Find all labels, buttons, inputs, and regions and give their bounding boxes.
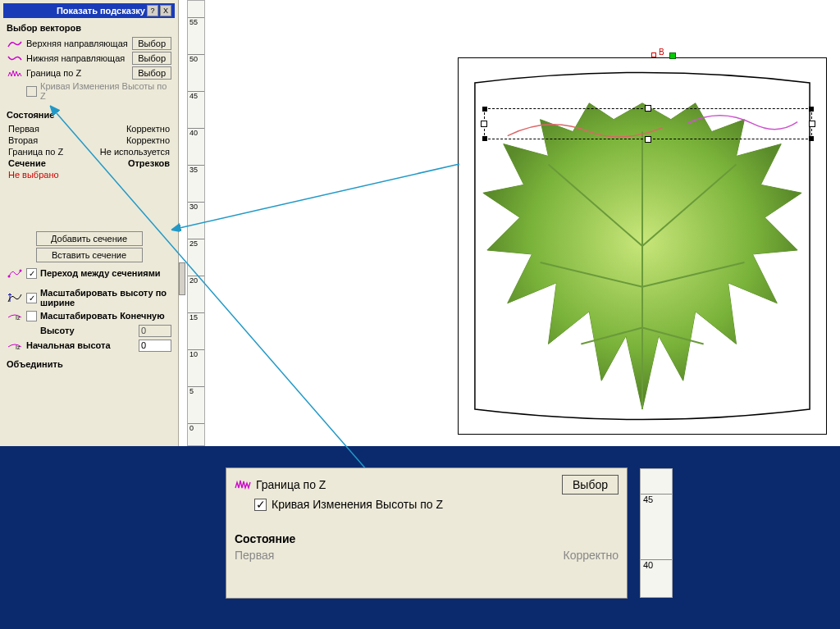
zoom-curve-row: ✓ Кривая Изменения Высоты по Z [231,496,622,513]
vector-row-z: Граница по Z Выбор [3,66,175,80]
close-button[interactable]: X [160,5,171,16]
curve-bottom-icon [7,52,23,64]
transition-row: ✓ Переход между сечениями [3,266,175,280]
svg-point-1 [20,270,22,272]
tick-25: 25 [188,239,204,248]
state-v1: Корректно [126,124,170,134]
curve-top-icon [7,38,23,49]
vector-z-select[interactable]: Выбор [132,66,171,80]
side-panel: Показать подсказку ? X Выбор векторов Ве… [0,0,179,446]
tick-50: 50 [188,54,204,63]
sel-handle-w[interactable] [481,121,487,127]
state-row-5: Не выбрано [3,169,175,180]
state-v3: Не используется [100,147,170,157]
zoom-detail-panel: Граница по Z Выбор ✓ Кривая Изменения Вы… [226,467,628,599]
sel-handle-s[interactable] [645,136,651,143]
state-k1: Первая [8,124,39,134]
sel-handle-ne[interactable] [809,107,814,112]
tick-15: 15 [188,312,204,321]
transition-icon [7,267,23,279]
state-k4: Сечение [8,158,46,168]
scale-width-checkbox[interactable]: ✓ [26,293,37,303]
scale-final-icon: Iz [7,310,23,321]
zoom-tick-40: 40 [641,559,672,570]
sel-handle-se[interactable] [809,136,814,141]
origin-handle-red[interactable] [651,52,656,57]
state-k5: Не выбрано [8,170,59,180]
z-curve-row: Кривая Изменения Высоты по Z [3,80,175,102]
vector-bottom-select[interactable]: Выбор [132,52,171,65]
zoom-curve-checkbox[interactable]: ✓ [254,499,267,511]
app-window: Показать подсказку ? X Выбор векторов Ве… [0,0,840,446]
svg-point-0 [8,276,11,278]
scale-width-icon [7,292,23,303]
hint-label: Показать подсказку [7,6,145,16]
state-title: Состояние [7,110,175,120]
z-boundary-icon [7,67,23,79]
tick-5: 5 [188,386,204,395]
sel-handle-sw[interactable] [482,136,487,141]
origin-marker: B [659,48,664,57]
zoom-state-row: Первая Корректно [231,547,622,563]
zoom-state-v: Корректно [563,549,619,562]
scale-final-checkbox[interactable] [26,311,37,321]
state-v2: Корректно [126,135,170,145]
state-row-2: ВтораяКорректно [3,134,175,146]
start-height-row: Iz Начальная высота [3,338,175,353]
add-section-button[interactable]: Добавить сечение [36,231,143,246]
state-v4: Отрезков [128,158,170,168]
state-row-1: ПерваяКорректно [3,123,175,134]
svg-text:Iz: Iz [16,344,21,350]
help-button[interactable]: ? [147,5,158,16]
insert-section-button[interactable]: Вставить сечение [36,248,143,262]
sel-handle-e[interactable] [809,121,815,127]
zoom-state-k: Первая [235,549,274,562]
selection-box[interactable] [484,108,812,139]
tick-35: 35 [188,165,204,174]
vector-bottom-label: Нижняя направляющая [26,53,129,63]
zoom-z-row: Граница по Z Выбор [231,473,622,496]
zoom-curve-label: Кривая Изменения Высоты по Z [272,498,443,511]
tick-45: 45 [188,91,204,100]
spacer-icon [7,85,23,97]
tick-40: 40 [188,128,204,137]
panel-splitter[interactable] [179,262,185,295]
vectors-title: Выбор векторов [7,23,175,33]
start-height-icon: Iz [7,340,23,351]
transition-label: Переход между сечениями [40,268,171,278]
canvas-area[interactable]: 55 50 45 40 35 30 25 20 15 10 5 0 B [179,0,840,446]
vector-z-label: Граница по Z [26,68,129,78]
zoom-z-label: Граница по Z [256,478,326,491]
z-curve-label: Кривая Изменения Высоты по Z [40,81,171,101]
scale-width-label: Масштабировать высоту по ширине [40,288,171,308]
state-row-3: Граница по ZНе используется [3,146,175,157]
zoom-tick-45: 45 [641,494,672,504]
scale-height-input [139,325,171,337]
scale-final-label: Масштабировать Конечную [40,311,171,321]
state-k2: Вторая [8,135,38,145]
scale-width-row: ✓ Масштабировать высоту по ширине [3,287,175,308]
z-boundary-icon [235,478,251,492]
tick-0: 0 [188,423,204,432]
transition-checkbox[interactable]: ✓ [26,268,37,279]
scale-final-row: Iz Масштабировать Конечную [3,308,175,323]
zoom-z-select[interactable]: Выбор [562,475,619,495]
tick-55: 55 [188,17,204,26]
z-curve-checkbox[interactable] [26,86,37,97]
vector-top-select[interactable]: Выбор [132,37,171,50]
vector-top-label: Верхняя направляющая [26,39,129,48]
sel-handle-nw[interactable] [482,107,487,112]
start-height-input[interactable] [139,340,171,352]
state-row-4: СечениеОтрезков [3,157,175,169]
svg-text:Iz: Iz [16,315,21,321]
tick-30: 30 [188,202,204,211]
hint-bar: Показать подсказку ? X [3,3,175,18]
tick-10: 10 [188,349,204,358]
sel-handle-n[interactable] [645,105,651,112]
vector-row-bottom: Нижняя направляющая Выбор [3,51,175,66]
zoom-state-title: Состояние [231,531,622,547]
vertical-ruler: 55 50 45 40 35 30 25 20 15 10 5 0 [187,0,205,446]
origin-handle-green[interactable] [669,52,676,59]
tick-20: 20 [188,276,204,285]
combine-title: Объединить [7,359,175,369]
